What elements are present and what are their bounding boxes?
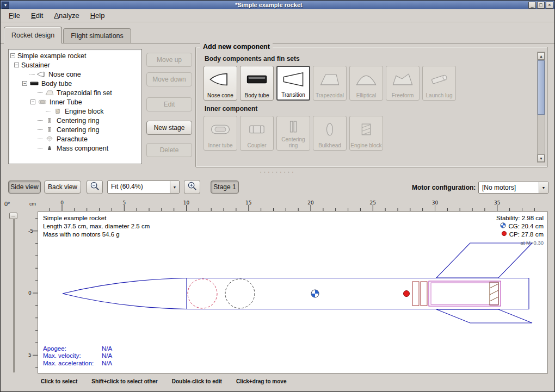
- cg-value: CG: 20.4 cm: [508, 222, 544, 231]
- window-menu-icon[interactable]: ▾: [2, 2, 9, 9]
- menu-analyze[interactable]: Analyze: [49, 10, 84, 21]
- maximize-button[interactable]: □: [537, 2, 545, 9]
- component-button-label: Launch lug: [425, 92, 453, 100]
- zoom-out-button[interactable]: [87, 180, 103, 194]
- tab-flight-simulations[interactable]: Flight simulations: [63, 28, 131, 43]
- add-launch-lug-button: Launch lug: [422, 66, 456, 101]
- tree-expander-icon[interactable]: −: [22, 81, 27, 86]
- flight-label: Max. acceleration:: [43, 360, 102, 368]
- rocket-mass: Mass with no motors 54.6 g: [43, 231, 150, 239]
- scrollbar-thumb[interactable]: [538, 60, 545, 115]
- nose-cone-icon: [36, 71, 46, 78]
- view-toolbar: Side view Back view Fit (60.4%) ▼ Stage …: [1, 177, 554, 198]
- tree-expander-icon[interactable]: −: [10, 53, 15, 58]
- action-buttons: Move upMove downEditNew stageDelete: [146, 49, 192, 164]
- component-button-label: Freeform: [391, 92, 415, 100]
- svg-text:30: 30: [432, 200, 439, 206]
- motor-configuration-combo[interactable]: [No motors] ▼: [478, 182, 548, 194]
- back-view-button[interactable]: Back view: [44, 181, 81, 194]
- fin-elliptical-icon: [354, 66, 378, 92]
- titlebar[interactable]: ▾ *Simple example rocket _ □ ×: [1, 1, 554, 9]
- inner-tube-icon: [208, 116, 232, 142]
- tree-item-label: Body tube: [41, 80, 72, 88]
- cp-icon: [501, 231, 507, 239]
- status-hints: Click to selectShift+click to select oth…: [41, 378, 286, 384]
- tree-item-centering-ring[interactable]: Centering ring: [9, 116, 141, 125]
- tree-item-inner-tube[interactable]: −Inner Tube: [9, 97, 141, 107]
- add-nose-cone-button[interactable]: Nose cone: [203, 66, 237, 101]
- add-inner-tube-button: Inner tube: [203, 116, 237, 151]
- add-bulkhead-button: Bulkhead: [313, 116, 347, 151]
- section-label-body-components-and-fin-sets: Body components and fin sets: [205, 55, 533, 63]
- tree-item-label: Centering ring: [57, 126, 100, 134]
- minimize-button[interactable]: _: [528, 2, 536, 9]
- tree-item-body-tube[interactable]: −Body tube: [9, 79, 141, 88]
- tree-item-centering-ring[interactable]: Centering ring: [9, 125, 141, 134]
- coupler-icon: [245, 116, 269, 142]
- motor-dropdown-arrow-icon[interactable]: ▼: [539, 182, 548, 193]
- tree-item-trapezoidal-fin-set[interactable]: Trapezoidal fin set: [9, 88, 141, 97]
- tree-expander-icon[interactable]: −: [30, 99, 35, 104]
- scroll-down-button[interactable]: ▼: [538, 154, 545, 162]
- tree-expander-icon[interactable]: −: [14, 63, 19, 67]
- rotation-slider-handle[interactable]: [9, 213, 17, 219]
- scroll-up-button[interactable]: ▲: [538, 52, 545, 60]
- tree-item-engine-block[interactable]: Engine block: [9, 107, 141, 116]
- tree-item-sustainer[interactable]: −Sustainer: [9, 60, 141, 70]
- add-coupler-button: Coupler: [240, 116, 274, 151]
- tab-rocket-design[interactable]: Rocket design: [4, 27, 62, 43]
- add-body-tube-button[interactable]: Body tube: [240, 66, 274, 101]
- motor-configuration-label: Motor configuration:: [412, 184, 476, 191]
- tree-connector: [38, 92, 43, 93]
- zoom-combo[interactable]: Fit (60.4%) ▼: [107, 181, 180, 194]
- flight-value: N/A: [102, 345, 112, 353]
- tree-item-simple-example-rocket[interactable]: −Simple example rocket: [9, 51, 141, 60]
- stability-info: Stability: 2.98 cal CG: 20.4 cm CP: 27.8…: [496, 214, 544, 247]
- rocket-dimensions: Length 37.5 cm, max. diameter 2.5 cm: [43, 222, 150, 231]
- window-title: *Simple example rocket: [10, 2, 527, 8]
- splitter-handle[interactable]: ·········: [1, 169, 554, 177]
- add-elliptical-button: Elliptical: [349, 66, 383, 101]
- bulkhead-icon: [318, 116, 342, 142]
- tree-item-nose-cone[interactable]: Nose cone: [9, 70, 141, 79]
- rocket-canvas[interactable]: Simple example rocket Length 37.5 cm, ma…: [38, 211, 548, 374]
- add-transition-button[interactable]: Transition: [276, 66, 310, 101]
- h-ruler: 05101520253035: [38, 200, 548, 211]
- close-button[interactable]: ×: [546, 2, 553, 9]
- zoom-dropdown-arrow-icon[interactable]: ▼: [170, 181, 179, 193]
- app-window: ▾ *Simple example rocket _ □ × FileEditA…: [0, 0, 555, 392]
- tree-connector: [38, 139, 43, 139]
- zoom-in-button[interactable]: [184, 180, 200, 194]
- motor-configuration-value: [No motors]: [479, 182, 539, 193]
- tree-item-parachute[interactable]: Parachute: [9, 134, 141, 144]
- tree-item-mass-component[interactable]: Mass component: [9, 144, 141, 153]
- delete-button: Delete: [146, 143, 192, 157]
- tree-connector: [38, 120, 43, 121]
- component-tree[interactable]: −Simple example rocket−SustainerNose con…: [8, 49, 142, 164]
- zoom-out-icon: [90, 181, 100, 193]
- tree-connector: [46, 111, 51, 111]
- add-centering-ring-button: Centering ring: [276, 116, 310, 151]
- component-scrollbar[interactable]: ▲ ▼: [537, 52, 545, 163]
- add-engine-block-button: Engine block: [349, 116, 383, 151]
- edit-button: Edit: [146, 97, 192, 111]
- cg-marker: [311, 290, 319, 297]
- flight-label: Max. velocity:: [43, 352, 102, 360]
- menu-help[interactable]: Help: [85, 10, 110, 21]
- rotation-slider[interactable]: [13, 214, 15, 372]
- svg-text:0: 0: [28, 290, 32, 296]
- component-button-label: Centering ring: [277, 136, 310, 150]
- tree-item-label: Mass component: [57, 145, 108, 152]
- component-button-label: Transition: [281, 92, 306, 99]
- engine-block-icon: [354, 116, 378, 142]
- stage-1-toggle[interactable]: Stage 1: [211, 181, 239, 194]
- new-stage-button[interactable]: New stage: [146, 121, 192, 135]
- menu-edit[interactable]: Edit: [26, 10, 48, 21]
- cp-value: CP: 27.8 cm: [509, 231, 544, 239]
- tree-item-label: Parachute: [57, 135, 88, 143]
- menu-file[interactable]: File: [4, 10, 25, 21]
- tree-item-label: Simple example rocket: [17, 52, 86, 60]
- side-view-button[interactable]: Side view: [8, 181, 41, 194]
- flight-data: Apogee:N/AMax. velocity:N/AMax. accelera…: [43, 345, 112, 368]
- svg-text:10: 10: [183, 200, 190, 206]
